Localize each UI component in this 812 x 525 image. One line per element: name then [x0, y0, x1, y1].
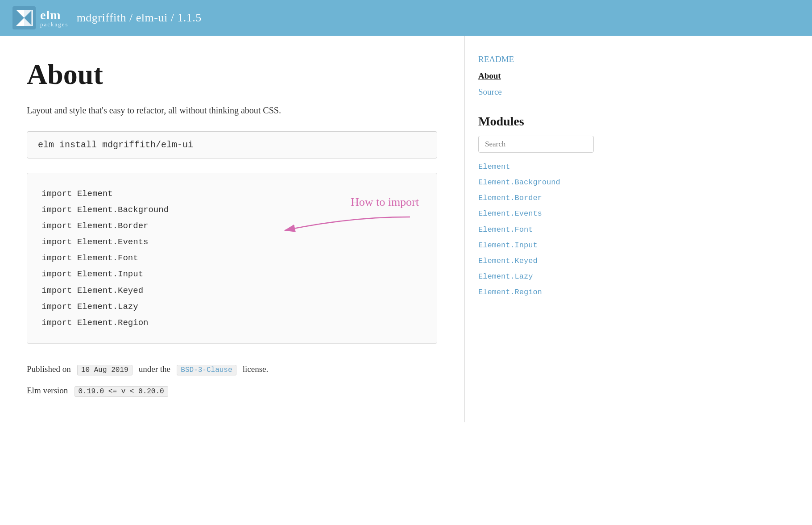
- page-container: About Layout and style that's easy to re…: [0, 36, 812, 422]
- elm-version-label: Elm version: [27, 386, 68, 395]
- published-date: 10 Aug 2019: [77, 365, 133, 375]
- modules-section-title: Modules: [478, 114, 594, 129]
- module-link-element-keyed[interactable]: Element.Keyed: [478, 255, 594, 267]
- sidebar-link-about[interactable]: About: [478, 70, 594, 82]
- imports-section: import Element import Element.Background…: [27, 173, 437, 344]
- module-link-element-font[interactable]: Element.Font: [478, 224, 594, 236]
- annotation-arrow-icon: [276, 212, 419, 239]
- page-title: About: [27, 58, 437, 91]
- license-link[interactable]: BSD-3-Clause: [177, 365, 236, 375]
- module-link-element-region[interactable]: Element.Region: [478, 286, 594, 298]
- published-middle: under the: [139, 364, 170, 374]
- import-line-5: import Element.Font: [41, 250, 423, 266]
- elm-version-info: Elm version 0.19.0 <= v < 0.20.0: [27, 386, 437, 396]
- logo-packages-label: packages: [40, 21, 69, 27]
- sidebar-link-readme[interactable]: README: [478, 54, 594, 66]
- annotation-text: How to import: [351, 196, 419, 209]
- published-label: Published on: [27, 364, 71, 374]
- module-link-element-background[interactable]: Element.Background: [478, 176, 594, 188]
- import-line-6: import Element.Input: [41, 266, 423, 282]
- import-line-7: import Element.Keyed: [41, 283, 423, 299]
- search-input[interactable]: [478, 136, 594, 153]
- logo[interactable]: elm packages: [12, 6, 69, 29]
- site-header: elm packages mdgriffith / elm-ui / 1.1.5: [0, 0, 812, 36]
- module-link-element-input[interactable]: Element.Input: [478, 239, 594, 251]
- logo-text: elm packages: [40, 9, 69, 27]
- module-link-element-border[interactable]: Element.Border: [478, 192, 594, 204]
- published-info: Published on 10 Aug 2019 under the BSD-3…: [27, 362, 437, 377]
- how-to-import-annotation: How to import: [276, 196, 419, 239]
- module-link-element-lazy[interactable]: Element.Lazy: [478, 271, 594, 283]
- logo-elm-label: elm: [40, 9, 69, 21]
- sidebar-nav: README About Source: [478, 54, 594, 98]
- import-line-9: import Element.Region: [41, 315, 423, 331]
- main-content: About Layout and style that's easy to re…: [0, 36, 464, 422]
- elm-logo-icon: [12, 6, 36, 29]
- module-link-element-events[interactable]: Element.Events: [478, 208, 594, 220]
- module-link-element[interactable]: Element: [478, 161, 594, 173]
- sidebar: README About Source Modules Element Elem…: [464, 36, 607, 422]
- elm-version-value: 0.19.0 <= v < 0.20.0: [75, 386, 168, 397]
- published-end: license.: [243, 364, 269, 374]
- breadcrumb: mdgriffith / elm-ui / 1.1.5: [77, 11, 202, 25]
- import-line-8: import Element.Lazy: [41, 299, 423, 315]
- modules-list: Element Element.Background Element.Borde…: [478, 161, 594, 299]
- sidebar-link-source[interactable]: Source: [478, 86, 594, 98]
- package-description: Layout and style that's easy to refactor…: [27, 104, 437, 117]
- install-command-box[interactable]: elm install mdgriffith/elm-ui: [27, 131, 437, 158]
